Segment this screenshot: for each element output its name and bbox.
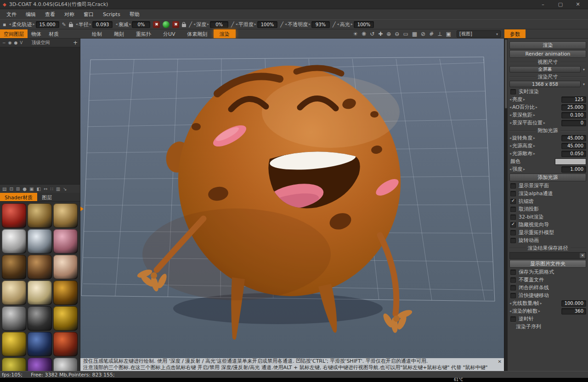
half-icon[interactable]: ◧	[36, 186, 40, 191]
param-checkbox-row[interactable]: 32-bit渲染	[509, 213, 586, 220]
sphere-icon[interactable]: ●	[23, 186, 27, 191]
zoom-in-icon[interactable]: ⊕	[386, 31, 391, 37]
spinner-left-arrow[interactable]: ◂	[509, 167, 511, 172]
intensity-spinner-row[interactable]: ◂ 强度 ▸ 1.000	[509, 166, 586, 173]
purple-shader[interactable]	[28, 358, 52, 371]
menu-item[interactable]: 帮助	[125, 10, 144, 19]
checkbox[interactable]	[510, 277, 516, 283]
left-panel-tab[interactable]: 材质	[45, 29, 62, 38]
param-spinner-row[interactable]: ◂ AO百分比 ▸ 25.000	[509, 104, 586, 111]
params-tab[interactable]: 参数	[504, 29, 526, 38]
workspace-tab[interactable]: 体素雕刻	[181, 29, 214, 38]
zoom-out-icon[interactable]: ⊖	[395, 31, 399, 37]
spinner-left-arrow[interactable]: ◂	[509, 97, 511, 102]
bronze-shader[interactable]	[2, 255, 26, 279]
yellow-shader[interactable]	[2, 332, 26, 356]
checkbox[interactable]	[510, 199, 516, 204]
param-checkbox-row[interactable]: 取消投影	[509, 206, 586, 213]
param-checkbox-row[interactable]: 渲染alpha通道	[509, 190, 586, 197]
spinner-left-arrow[interactable]: ◂	[337, 22, 339, 27]
workspace-tab[interactable]: 分UV	[157, 29, 181, 38]
minimize-button[interactable]: –	[540, 1, 546, 7]
chevron-down-icon[interactable]: ▾	[496, 32, 498, 36]
yellow-gold-shader[interactable]	[53, 306, 78, 331]
spinner-value[interactable]: 1.000	[561, 166, 586, 173]
view-dropdown[interactable]: [视图] ▾	[457, 30, 501, 38]
layers-icon[interactable]: ▥	[56, 186, 60, 191]
spinner-right-arrow[interactable]: ▸	[536, 105, 537, 110]
pale-shader[interactable]	[53, 358, 78, 371]
spinner-left-arrow[interactable]: ◂	[285, 22, 287, 27]
params-scrollbar[interactable]	[504, 39, 508, 371]
spinner-left-arrow[interactable]: ◂	[509, 309, 511, 314]
param-checkbox-row[interactable]: 旋转动画	[509, 237, 586, 244]
spinner-value[interactable]: 0	[561, 120, 586, 126]
render-size-dropdown[interactable]: 1368 x 858	[509, 81, 581, 87]
menu-item[interactable]: 窗口	[79, 10, 98, 19]
depth-channel-icon[interactable]: ✖	[153, 21, 160, 28]
panel-collapse-handle[interactable]	[80, 207, 84, 211]
maximize-button[interactable]: ▢	[558, 1, 563, 7]
checkbox[interactable]	[510, 238, 516, 243]
viewport-canvas[interactable]	[80, 39, 504, 358]
letter-v-icon[interactable]: V	[20, 40, 23, 45]
specular-channel-icon[interactable]: ✖	[172, 21, 179, 28]
pan-view-icon[interactable]: ✚	[378, 31, 383, 37]
spinner-value[interactable]: 0.050	[561, 151, 586, 157]
collapse-icon[interactable]: −	[2, 40, 6, 45]
workspace-tab[interactable]: 渲染	[214, 29, 236, 38]
rotate-view-icon[interactable]: ↺	[370, 31, 374, 37]
spinner-left-arrow[interactable]: ◂	[236, 22, 237, 27]
shade-sphere-icon[interactable]: ●	[14, 40, 17, 45]
checkbox[interactable]	[510, 285, 516, 291]
spinner-left-arrow[interactable]: ◂	[509, 113, 511, 118]
param-spinner-row[interactable]: ◂ 光源高度 ▸ 45.000	[509, 142, 586, 149]
export-icon[interactable]: ↘	[63, 186, 67, 191]
spinner-right-arrow[interactable]: ▸	[129, 22, 131, 27]
checkbox[interactable]	[510, 207, 516, 212]
param-spinner-row[interactable]: ◂ 景深平面位置 ▸ 0	[509, 119, 586, 126]
spinner-left-arrow[interactable]: ◂	[509, 301, 511, 306]
root-space-item[interactable]: 顶级空间	[31, 39, 50, 46]
chevron-down-icon[interactable]: ▾	[582, 82, 586, 86]
scrollbar-thumb[interactable]	[505, 39, 507, 108]
radius-value[interactable]: 0.093	[92, 21, 113, 28]
clear-path-icon[interactable]: ✕	[580, 253, 585, 258]
checkbox[interactable]	[510, 89, 516, 95]
lock-icon[interactable]	[69, 24, 73, 27]
chevron-down-icon[interactable]: ▾	[582, 67, 586, 72]
spinner-right-arrow[interactable]: ▸	[538, 309, 540, 314]
param-checkbox-row[interactable]: 保存为无损格式	[509, 269, 586, 275]
param-checkbox-row[interactable]: 闭合的样条线	[509, 284, 586, 291]
cream-pink-shader[interactable]	[53, 255, 78, 279]
checkbox[interactable]	[510, 222, 516, 228]
fullscreen-icon[interactable]: ▣	[446, 31, 451, 37]
spinner-value[interactable]: 25.000	[561, 104, 586, 111]
spinner-right-arrow[interactable]: ▸	[523, 97, 525, 102]
spinner-value[interactable]: 125	[561, 96, 586, 103]
close-hint-icon[interactable]: ✕	[498, 359, 502, 365]
smooth-value[interactable]: 100%	[257, 21, 278, 28]
menu-item[interactable]: 查看	[40, 10, 60, 19]
param-spinner-row[interactable]: ◂ 渲染的帧数 ▸ 360	[509, 308, 586, 315]
brush-icon[interactable]: ✎	[62, 22, 66, 28]
param-checkbox-row[interactable]: 显示重拓扑模型	[509, 229, 586, 236]
param-checkbox-row[interactable]: 沿快捷键移动	[509, 292, 586, 299]
brown-shader[interactable]	[28, 255, 52, 279]
import-icon[interactable]: ▤	[2, 186, 6, 191]
frame-all-icon[interactable]: ▦	[412, 31, 417, 37]
spinner-right-arrow[interactable]: ▸	[543, 121, 545, 125]
viewport-3d[interactable]	[80, 39, 504, 358]
layers-tree[interactable]	[0, 47, 80, 185]
spinner-left-arrow[interactable]: ◂	[193, 22, 195, 27]
checkbox[interactable]	[510, 191, 516, 197]
menu-item[interactable]: Scripts	[98, 10, 125, 19]
spinner-right-arrow[interactable]: ▸	[90, 22, 91, 27]
wireframe-icon[interactable]: #	[429, 31, 434, 37]
spinner-right-arrow[interactable]: ▸	[533, 152, 535, 156]
render-subsequence-label[interactable]: 渲染子序列	[509, 323, 586, 330]
param-spinner-row[interactable]: ◂ 景深焦距 ▸ 0.100	[509, 112, 586, 118]
spinner-value[interactable]: 100.000	[561, 300, 586, 307]
delete-icon[interactable]: ⊟	[9, 186, 13, 191]
lock-icon[interactable]	[182, 24, 186, 27]
